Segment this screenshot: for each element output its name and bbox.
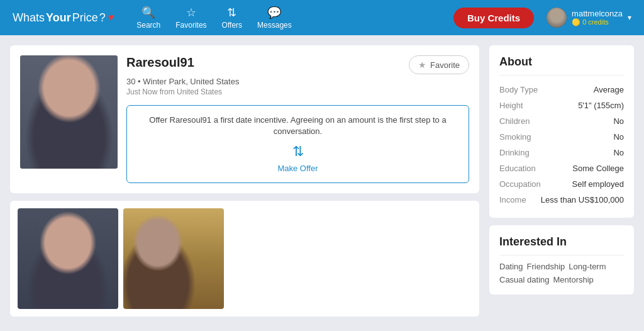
buy-credits-button[interactable]: Buy Credits	[453, 8, 534, 28]
right-column: About Body TypeAverageHeight5'1" (155cm)…	[489, 45, 634, 317]
about-row: DrinkingNo	[499, 145, 624, 160]
profile-status: Just Now from United States	[126, 87, 469, 96]
logo-heart-icon: ♥	[108, 12, 114, 23]
about-row: SmokingNo	[499, 129, 624, 145]
about-value: Less than US$100,000	[541, 195, 624, 205]
chevron-down-icon: ▾	[628, 13, 631, 22]
logo-whats: Whats	[13, 11, 45, 25]
interested-title: Interested In	[499, 235, 624, 255]
about-row: EducationSome College	[499, 160, 624, 176]
interest-tag: Mentorship	[553, 275, 594, 284]
about-label: Drinking	[499, 148, 530, 157]
profile-main-photo	[20, 55, 118, 169]
logo-your: Your	[46, 11, 71, 25]
about-row: IncomeLess than US$100,000	[499, 192, 624, 208]
make-offer-link[interactable]: Make Offer	[277, 164, 318, 173]
main-nav: 🔍 Search ☆ Favorites ⇅ Offers 💬 Messages	[136, 6, 292, 30]
about-label: Body Type	[499, 85, 538, 94]
about-value: No	[613, 116, 624, 126]
search-icon: 🔍	[142, 6, 155, 20]
messages-icon: 💬	[267, 6, 281, 20]
about-label: Occupation	[499, 179, 541, 189]
about-label: Children	[499, 116, 530, 126]
exchange-icon: ⇅	[140, 143, 456, 160]
photo-thumb-2[interactable]	[123, 208, 224, 309]
about-value: No	[613, 148, 624, 157]
about-value: Average	[594, 85, 624, 94]
offer-box: Offer Raresoul91 a first date incentive.…	[126, 105, 469, 183]
nav-offers[interactable]: ⇅ Offers	[222, 6, 242, 30]
about-label: Income	[499, 195, 526, 205]
main-content: Raresoul91 ★ Favorite 30 • Winter Park, …	[0, 35, 644, 327]
favorite-label: Favorite	[430, 60, 460, 70]
username: mattmelconza	[572, 9, 623, 18]
star-icon: ★	[418, 60, 426, 70]
user-info: mattmelconza 🟡 0 credits	[572, 9, 623, 26]
favorites-icon: ☆	[186, 6, 196, 20]
about-row: Height5'1" (155cm)	[499, 98, 624, 113]
photo-thumb-1[interactable]	[18, 208, 118, 309]
about-row: OccupationSelf employed	[499, 176, 624, 192]
about-title: About	[499, 55, 624, 76]
about-value: 5'1" (155cm)	[578, 101, 624, 110]
profile-info: Raresoul91 ★ Favorite 30 • Winter Park, …	[126, 55, 469, 183]
about-row: ChildrenNo	[499, 113, 624, 129]
logo-price: Price	[72, 11, 98, 25]
offer-text: Offer Raresoul91 a first date incentive.…	[140, 115, 456, 137]
interested-card: Interested In DatingFriendshipLong-termC…	[489, 225, 634, 295]
nav-search[interactable]: 🔍 Search	[136, 6, 160, 30]
nav-favorites[interactable]: ☆ Favorites	[175, 6, 206, 30]
profile-card: Raresoul91 ★ Favorite 30 • Winter Park, …	[10, 45, 479, 193]
about-rows: Body TypeAverageHeight5'1" (155cm)Childr…	[499, 82, 624, 208]
about-value: No	[613, 132, 624, 142]
profile-name: Raresoul91	[126, 55, 194, 70]
interest-tag: Casual dating	[499, 275, 550, 284]
about-label: Education	[499, 164, 536, 173]
interest-tag: Long-term	[569, 262, 606, 271]
avatar	[547, 8, 567, 28]
nav-search-label: Search	[136, 21, 160, 30]
photos-card	[10, 201, 479, 317]
nav-favorites-label: Favorites	[175, 21, 206, 30]
profile-age-location: 30 • Winter Park, United States	[126, 77, 469, 86]
about-value: Self employed	[572, 179, 624, 189]
left-column: Raresoul91 ★ Favorite 30 • Winter Park, …	[10, 45, 479, 317]
logo: WhatsYourPrice?♥	[13, 11, 114, 25]
about-label: Smoking	[499, 132, 531, 142]
about-card: About Body TypeAverageHeight5'1" (155cm)…	[489, 45, 634, 218]
nav-offers-label: Offers	[222, 21, 242, 30]
about-row: Body TypeAverage	[499, 82, 624, 98]
credits-display: 🟡 0 credits	[572, 18, 623, 26]
profile-name-row: Raresoul91 ★ Favorite	[126, 55, 469, 74]
interested-tags: DatingFriendshipLong-termCasual datingMe…	[499, 262, 624, 284]
nav-messages-label: Messages	[257, 21, 292, 30]
nav-messages[interactable]: 💬 Messages	[257, 6, 292, 30]
about-label: Height	[499, 101, 523, 110]
favorite-button[interactable]: ★ Favorite	[409, 55, 469, 74]
header: WhatsYourPrice?♥ 🔍 Search ☆ Favorites ⇅ …	[0, 0, 644, 35]
interest-tag: Friendship	[527, 262, 565, 271]
interest-tag: Dating	[499, 262, 523, 271]
user-menu[interactable]: mattmelconza 🟡 0 credits ▾	[547, 8, 631, 28]
about-value: Some College	[572, 164, 624, 173]
offers-icon: ⇅	[227, 6, 236, 20]
logo-question: ?	[99, 11, 106, 25]
